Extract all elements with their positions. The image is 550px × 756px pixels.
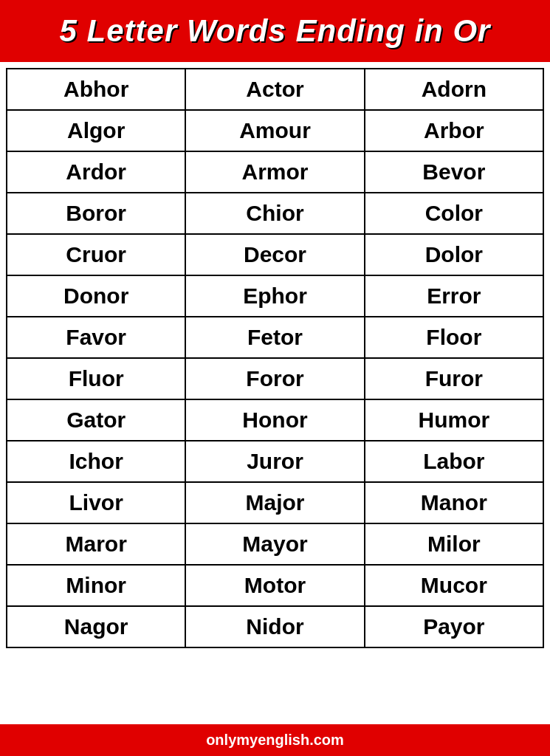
table-cell: Armor xyxy=(185,151,364,193)
table-cell: Floor xyxy=(365,317,543,358)
table-row: MarorMayorMilor xyxy=(7,523,543,565)
table-cell: Fluor xyxy=(7,358,185,399)
table-cell: Juror xyxy=(185,441,364,482)
table-cell: Color xyxy=(365,193,543,234)
table-cell: Mayor xyxy=(185,523,364,565)
table-cell: Ardor xyxy=(7,151,185,193)
table-cell: Labor xyxy=(365,441,543,482)
table-row: CruorDecorDolor xyxy=(7,234,543,275)
table-row: BororChiorColor xyxy=(7,193,543,234)
table-row: ArdorArmorBevor xyxy=(7,151,543,193)
table-row: IchorJurorLabor xyxy=(7,441,543,482)
table-cell: Adorn xyxy=(365,69,543,110)
table-cell: Minor xyxy=(7,565,185,606)
page-footer: onlymyenglish.com xyxy=(0,724,550,756)
table-cell: Humor xyxy=(365,399,543,441)
page-header: 5 Letter Words Ending in Or xyxy=(0,0,550,62)
table-cell: Livor xyxy=(7,482,185,523)
table-row: GatorHonorHumor xyxy=(7,399,543,441)
table-cell: Actor xyxy=(185,69,364,110)
footer-text: onlymyenglish.com xyxy=(206,732,344,748)
table-cell: Amour xyxy=(185,110,364,151)
table-container: AbhorActorAdornAlgorAmourArborArdorArmor… xyxy=(0,62,550,724)
table-cell: Honor xyxy=(185,399,364,441)
table-row: FavorFetorFloor xyxy=(7,317,543,358)
table-cell: Maror xyxy=(7,523,185,565)
table-cell: Foror xyxy=(185,358,364,399)
table-cell: Donor xyxy=(7,275,185,317)
table-cell: Ichor xyxy=(7,441,185,482)
table-cell: Manor xyxy=(365,482,543,523)
table-cell: Abhor xyxy=(7,69,185,110)
table-cell: Algor xyxy=(7,110,185,151)
table-cell: Fetor xyxy=(185,317,364,358)
table-cell: Dolor xyxy=(365,234,543,275)
table-cell: Motor xyxy=(185,565,364,606)
table-cell: Ephor xyxy=(185,275,364,317)
table-cell: Nidor xyxy=(185,606,364,647)
table-row: NagorNidorPayor xyxy=(7,606,543,647)
table-row: FluorFororFuror xyxy=(7,358,543,399)
table-row: LivorMajorManor xyxy=(7,482,543,523)
table-cell: Favor xyxy=(7,317,185,358)
table-cell: Nagor xyxy=(7,606,185,647)
table-cell: Milor xyxy=(365,523,543,565)
page-title: 5 Letter Words Ending in Or xyxy=(60,13,491,48)
table-cell: Payor xyxy=(365,606,543,647)
table-cell: Furor xyxy=(365,358,543,399)
table-row: AlgorAmourArbor xyxy=(7,110,543,151)
table-cell: Arbor xyxy=(365,110,543,151)
table-cell: Gator xyxy=(7,399,185,441)
table-cell: Major xyxy=(185,482,364,523)
page-wrapper: 5 Letter Words Ending in Or AbhorActorAd… xyxy=(0,0,550,756)
table-cell: Mucor xyxy=(365,565,543,606)
table-cell: Decor xyxy=(185,234,364,275)
table-cell: Error xyxy=(365,275,543,317)
table-cell: Boror xyxy=(7,193,185,234)
words-table: AbhorActorAdornAlgorAmourArborArdorArmor… xyxy=(6,68,544,648)
table-row: DonorEphorError xyxy=(7,275,543,317)
table-cell: Bevor xyxy=(365,151,543,193)
table-row: MinorMotorMucor xyxy=(7,565,543,606)
table-cell: Chior xyxy=(185,193,364,234)
table-row: AbhorActorAdorn xyxy=(7,69,543,110)
table-cell: Cruor xyxy=(7,234,185,275)
